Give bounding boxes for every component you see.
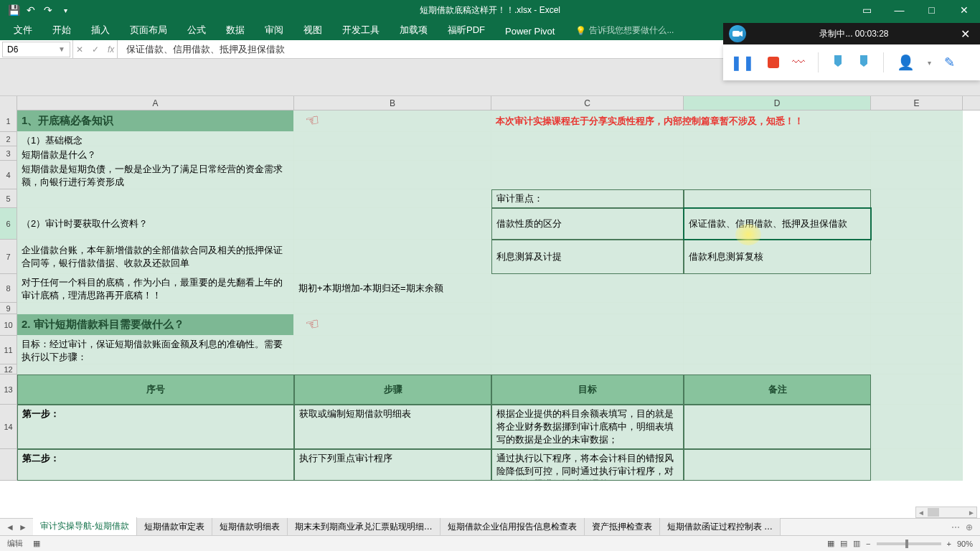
row-header[interactable]: 3 bbox=[0, 146, 17, 161]
table-header[interactable]: 序号 bbox=[17, 375, 294, 405]
cell[interactable] bbox=[684, 336, 871, 364]
tab-layout[interactable]: 页面布局 bbox=[120, 19, 177, 40]
row-header[interactable]: 8 bbox=[0, 274, 17, 303]
cell[interactable] bbox=[871, 449, 963, 481]
cell[interactable] bbox=[684, 314, 871, 336]
cell[interactable] bbox=[294, 336, 491, 364]
row-header[interactable]: 4 bbox=[0, 161, 17, 189]
maximize-icon[interactable]: □ bbox=[915, 0, 948, 20]
user-add-icon[interactable]: 👤 bbox=[897, 54, 915, 71]
chevron-down-icon[interactable]: ▼ bbox=[58, 45, 65, 53]
select-all-corner[interactable] bbox=[0, 96, 17, 110]
cell[interactable] bbox=[491, 146, 684, 161]
sheet-tab[interactable]: 资产抵押检查表 bbox=[585, 518, 660, 536]
cell[interactable] bbox=[294, 161, 491, 189]
cell[interactable] bbox=[871, 274, 963, 303]
col-header-e[interactable]: E bbox=[871, 96, 963, 110]
row-header[interactable]: 1 bbox=[0, 110, 17, 132]
sheet-tab[interactable]: 短期借款明细表 bbox=[212, 518, 288, 536]
cell[interactable]: 根据企业提供的科目余额表填写，目的就是将企业财务数据挪到审计底稿中，明细表填写的… bbox=[491, 405, 684, 449]
cell[interactable] bbox=[491, 303, 684, 314]
cell[interactable] bbox=[871, 375, 963, 405]
enter-icon[interactable]: ✓ bbox=[92, 44, 99, 55]
cell[interactable] bbox=[684, 364, 871, 375]
cell[interactable]: 审计重点： bbox=[491, 189, 684, 208]
zoom-out-icon[interactable]: − bbox=[866, 540, 870, 548]
table-header[interactable]: 步骤 bbox=[294, 375, 491, 405]
cell[interactable]: 借款性质的区分 bbox=[491, 208, 684, 240]
cell[interactable]: 利息测算及计提 bbox=[491, 240, 684, 274]
sheet-tab[interactable]: 期末未到期商业承兑汇票贴现明细… bbox=[288, 518, 440, 536]
cell[interactable] bbox=[17, 189, 294, 208]
waveform-icon[interactable]: 〰 bbox=[792, 55, 805, 70]
cell[interactable] bbox=[17, 303, 294, 314]
qat-more-icon[interactable]: ▾ bbox=[59, 4, 72, 17]
cell[interactable] bbox=[294, 189, 491, 208]
cell[interactable]: 期初+本期增加-本期归还=期末余额 bbox=[294, 274, 491, 303]
cell[interactable] bbox=[871, 314, 963, 336]
row-header[interactable] bbox=[0, 449, 17, 481]
cell[interactable] bbox=[491, 274, 684, 303]
row-header[interactable]: 9 bbox=[0, 303, 17, 314]
cell[interactable]: 对于任何一个科目的底稿，作为小白，最重要的是先翻看上年的审计底稿，理清思路再开底… bbox=[17, 274, 294, 303]
tab-prev-icon[interactable]: ◄ bbox=[6, 522, 14, 532]
tabs-more-icon[interactable]: ⋯ bbox=[951, 522, 960, 532]
cell[interactable] bbox=[294, 146, 491, 161]
cell[interactable] bbox=[684, 405, 871, 449]
row-header[interactable]: 13 bbox=[0, 375, 17, 405]
ribbon-display-icon[interactable]: ▭ bbox=[851, 0, 883, 20]
tab-home[interactable]: 开始 bbox=[42, 19, 81, 40]
tab-insert[interactable]: 插入 bbox=[81, 19, 120, 40]
row-header[interactable]: 5 bbox=[0, 189, 17, 208]
col-header-a[interactable]: A bbox=[17, 96, 294, 110]
cell[interactable] bbox=[871, 303, 963, 314]
cell[interactable]: 短期借款是什么？ bbox=[17, 146, 294, 161]
tab-review[interactable]: 审阅 bbox=[255, 19, 293, 40]
tab-developer[interactable]: 开发工具 bbox=[332, 19, 390, 40]
cell[interactable] bbox=[871, 364, 963, 375]
cell[interactable]: 执行下列重点审计程序 bbox=[294, 449, 491, 481]
cell[interactable] bbox=[294, 303, 491, 314]
cell[interactable]: （2）审计时要获取什么资料？ bbox=[17, 208, 294, 240]
cell[interactable] bbox=[871, 189, 963, 208]
row-header[interactable]: 14 bbox=[0, 405, 17, 449]
cell[interactable] bbox=[491, 364, 684, 375]
view-layout-icon[interactable]: ▤ bbox=[840, 539, 847, 548]
cell[interactable]: ☜ bbox=[294, 110, 491, 132]
cell[interactable] bbox=[684, 161, 871, 189]
warning-text[interactable]: 本次审计实操课程在于分享实质性程序，内部控制篇章暂不涉及，知悉！！ bbox=[491, 110, 963, 132]
marker1-icon[interactable] bbox=[831, 54, 844, 71]
col-header-b[interactable]: B bbox=[294, 96, 491, 110]
row-header[interactable]: 2 bbox=[0, 132, 17, 146]
redo-icon[interactable]: ↷ bbox=[42, 4, 55, 17]
cell[interactable]: 通过执行以下程序，将本会计科目的错报风险降低到可控，同时通过执行审计程序，对发现… bbox=[491, 449, 684, 481]
macro-record-icon[interactable]: ▦ bbox=[33, 539, 40, 548]
cell[interactable]: 目标：经过审计，保证短期借款账面金额及利息的准确性。需要执行以下步骤： bbox=[17, 336, 294, 364]
spreadsheet-grid[interactable]: A B C D E 1 1、开底稿必备知识 ☜ 本次审计实操课程在于分享实质性程… bbox=[0, 96, 980, 496]
view-pagebreak-icon[interactable]: ▥ bbox=[853, 539, 860, 548]
cell[interactable] bbox=[294, 208, 491, 240]
fx-icon[interactable]: fx bbox=[108, 44, 114, 55]
cell[interactable] bbox=[871, 405, 963, 449]
cell[interactable] bbox=[684, 449, 871, 481]
tab-formulas[interactable]: 公式 bbox=[177, 19, 216, 40]
sheet-tab[interactable]: 短期借款企业信用报告信息检查表 bbox=[440, 518, 585, 536]
section-title[interactable]: 2. 审计短期借款科目需要做什么？ bbox=[17, 314, 294, 336]
sheet-tab[interactable]: 短期借款审定表 bbox=[137, 518, 212, 536]
tab-addins[interactable]: 加载项 bbox=[390, 19, 438, 40]
stop-icon[interactable] bbox=[768, 57, 779, 68]
name-box[interactable]: D6 ▼ bbox=[2, 42, 70, 57]
cell[interactable] bbox=[491, 336, 684, 364]
zoom-slider[interactable] bbox=[877, 542, 941, 545]
cell[interactable] bbox=[294, 240, 491, 274]
cell[interactable] bbox=[491, 314, 684, 336]
add-sheet-icon[interactable]: ⊕ bbox=[966, 522, 973, 532]
pause-icon[interactable]: ❚❚ bbox=[730, 54, 755, 71]
tab-data[interactable]: 数据 bbox=[216, 19, 255, 40]
cell[interactable] bbox=[871, 132, 963, 146]
save-icon[interactable]: 💾 bbox=[7, 4, 20, 17]
selected-cell[interactable]: 保证借款、信用借款、抵押及担保借款 bbox=[684, 208, 871, 240]
section-title[interactable]: 1、开底稿必备知识 bbox=[17, 110, 294, 132]
cell[interactable] bbox=[871, 240, 963, 274]
cell[interactable]: 第一步： bbox=[17, 405, 294, 449]
